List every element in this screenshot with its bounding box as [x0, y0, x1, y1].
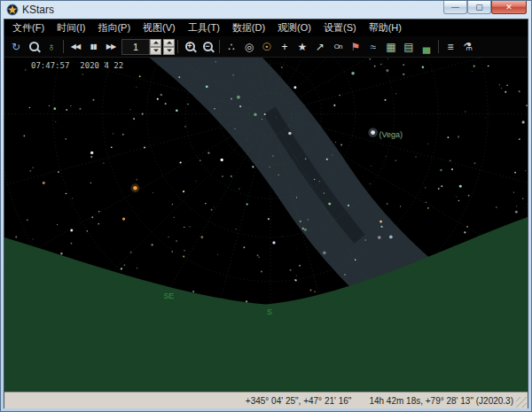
vega-label: (Vega) — [379, 130, 403, 139]
minimize-button[interactable]: — — [443, 1, 467, 14]
menu-settings[interactable]: 设置(S) — [317, 19, 363, 36]
compass-s: S — [267, 307, 272, 316]
zoom-in-button[interactable]: + — [181, 38, 199, 56]
toggle-deep-sky-objects-button[interactable]: ◎ — [240, 38, 258, 56]
window-title: KStars — [22, 4, 54, 16]
time-step-value: 1 — [121, 39, 150, 55]
compass-se: SE — [163, 292, 174, 300]
kstars-window: KStars — ▢ ✕ 文件(F)时间(I)指向(P)视图(V)工具(T)数据… — [0, 0, 532, 412]
toolbar-separator — [63, 40, 64, 53]
menu-time[interactable]: 时间(I) — [51, 19, 91, 36]
sky-map[interactable]: (Vega)SES 07:47:57 2020 4 22 — [4, 58, 528, 392]
toggle-constellation-boundaries-button[interactable]: ★ — [293, 38, 311, 56]
find-object-button[interactable] — [25, 38, 43, 56]
toggle-supernovae-button[interactable]: ↗ — [311, 38, 329, 56]
download-data-button[interactable]: ↻ — [7, 38, 25, 56]
local-time: 07:47:57 — [31, 61, 69, 70]
close-button[interactable]: ✕ — [491, 1, 527, 14]
kstars-app-icon — [6, 4, 19, 16]
toggle-flags-button[interactable]: ⚑ — [347, 38, 364, 56]
menu-tools[interactable]: 工具(T) — [182, 19, 226, 36]
magnifier-icon: + — [185, 42, 195, 51]
zoom-out-button[interactable]: − — [199, 38, 216, 56]
menu-help[interactable]: 帮助(H) — [363, 19, 408, 36]
toggle-stars-button[interactable]: ∴ — [223, 38, 240, 56]
menu-observation[interactable]: 观测(O) — [271, 19, 317, 36]
toolbar-separator — [219, 40, 220, 53]
toggle-milky-way-button[interactable]: ≈ — [364, 38, 382, 56]
titlebar[interactable]: KStars — ▢ ✕ — [4, 1, 528, 19]
toolbar-separator — [177, 40, 178, 53]
observation-list-button[interactable]: ≡ — [442, 38, 459, 56]
toggle-constellation-lines-button[interactable]: + — [276, 38, 293, 56]
toggle-equatorial-grid-button[interactable]: ▦ — [382, 38, 400, 56]
unit-up-button[interactable] — [163, 39, 175, 47]
status-equatorial-coords: 14h 42m 18s, +79° 28' 13" (J2020.3) — [369, 396, 513, 406]
client-area: 文件(F)时间(I)指向(P)视图(V)工具(T)数据(D)观测(O)设置(S)… — [4, 19, 528, 408]
toggle-horizontal-grid-button[interactable]: ▤ — [400, 38, 418, 56]
menu-file[interactable]: 文件(F) — [6, 19, 51, 36]
menubar: 文件(F)时间(I)指向(P)视图(V)工具(T)数据(D)观测(O)设置(S)… — [4, 19, 528, 36]
local-date: 2020 4 22 — [80, 61, 123, 70]
toggle-constellation-names-button[interactable]: On — [329, 38, 347, 56]
toolbar-separator — [438, 40, 439, 53]
time-step-up-button[interactable] — [150, 39, 161, 47]
time-infobox[interactable]: 07:47:57 2020 4 22 — [31, 61, 123, 70]
time-stop-button[interactable]: ▮▮ — [84, 38, 102, 56]
whats-interesting-button[interactable]: ⚗ — [459, 38, 477, 56]
set-geographic-location-button[interactable]: ♁ — [43, 38, 60, 56]
maximize-button[interactable]: ▢ — [467, 1, 491, 14]
time-step-unit-stepper[interactable] — [163, 39, 175, 55]
menu-data[interactable]: 数据(D) — [226, 19, 271, 36]
statusbar: +345° 04' 25", +47° 21' 16" 14h 42m 18s,… — [4, 392, 528, 408]
window-controls: — ▢ ✕ — [443, 1, 527, 14]
sky-canvas[interactable]: (Vega)SES — [4, 58, 528, 392]
menu-view[interactable]: 视图(V) — [137, 19, 182, 36]
menu-pointing[interactable]: 指向(P) — [91, 19, 137, 36]
magnifier-icon — [29, 42, 39, 51]
status-horizontal-coords: +345° 04' 25", +47° 21' 16" — [246, 396, 352, 406]
resize-grip[interactable] — [516, 397, 527, 408]
toolbar: ↻♁◀◀▮▮▶▶1+−∴◎☉+★↗On⚑≈▦▤▄≡⚗ — [4, 36, 528, 58]
toggle-solar-system-button[interactable]: ☉ — [258, 38, 276, 56]
toggle-ground-button[interactable]: ▄ — [418, 38, 435, 56]
time-rewind-button[interactable]: ◀◀ — [66, 38, 84, 56]
time-step-spinbox[interactable]: 1 — [121, 39, 161, 55]
unit-down-button[interactable] — [163, 47, 175, 55]
time-step-down-button[interactable] — [150, 47, 161, 55]
magnifier-icon: − — [203, 42, 213, 51]
time-advance-button[interactable]: ▶▶ — [102, 38, 120, 56]
